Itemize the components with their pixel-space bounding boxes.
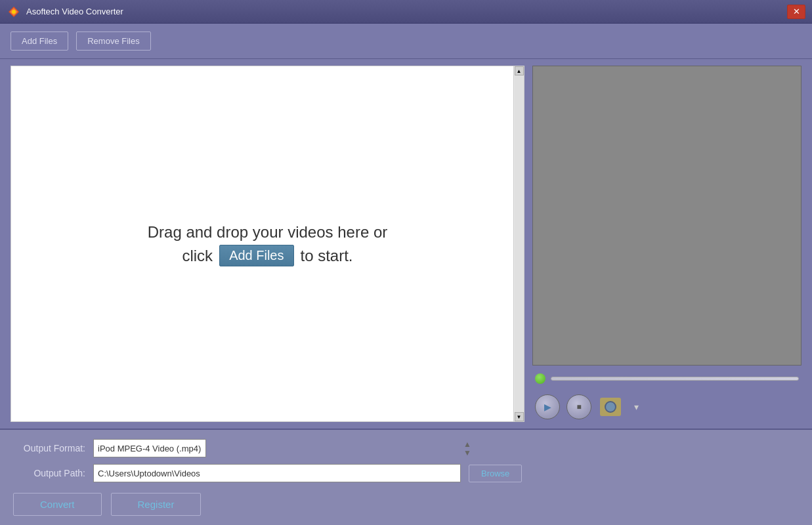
stop-button[interactable]: ■ — [566, 394, 591, 419]
close-button[interactable]: ✕ — [787, 5, 805, 19]
bottom-bar: Output Format: iPod MPEG-4 Video (.mp4)A… — [0, 429, 812, 525]
inline-add-files-button[interactable]: Add Files — [219, 245, 293, 266]
titlebar: Asoftech Video Converter ✕ — [0, 0, 812, 24]
remove-files-button[interactable]: Remove Files — [76, 32, 150, 51]
output-path-input[interactable] — [93, 464, 461, 482]
drop-instruction: Drag and drop your videos here or click … — [148, 220, 388, 268]
file-drop-area[interactable]: Drag and drop your videos here or click … — [11, 66, 524, 422]
toolbar: Add Files Remove Files — [0, 24, 812, 59]
output-format-label: Output Format: — [13, 443, 85, 453]
video-preview — [532, 66, 801, 366]
stop-icon: ■ — [576, 402, 581, 411]
scroll-down-button[interactable]: ▼ — [515, 412, 524, 421]
app-title: Asoftech Video Converter — [26, 7, 123, 16]
player-controls: ▶ ■ ▾ — [532, 392, 801, 422]
progress-dot — [535, 373, 545, 384]
scroll-up-button[interactable]: ▲ — [515, 66, 524, 75]
camera-icon — [600, 398, 621, 416]
format-select[interactable]: iPod MPEG-4 Video (.mp4)AVI Video (.avi)… — [93, 439, 206, 457]
progress-track[interactable] — [551, 377, 799, 381]
convert-button[interactable]: Convert — [13, 493, 102, 516]
output-format-row: Output Format: iPod MPEG-4 Video (.mp4)A… — [13, 439, 799, 457]
preview-panel: ▶ ■ ▾ — [532, 66, 801, 422]
app-window: Asoftech Video Converter ✕ Add Files Rem… — [0, 0, 812, 525]
snapshot-button[interactable] — [598, 394, 623, 419]
drop-text-line2: click Add Files to start. — [148, 244, 388, 268]
output-path-label: Output Path: — [13, 468, 85, 478]
progress-bar-area — [532, 372, 801, 385]
play-icon: ▶ — [544, 402, 551, 412]
add-files-button[interactable]: Add Files — [11, 32, 68, 51]
scrollbar[interactable]: ▲ ▼ — [513, 66, 524, 421]
snapshot-dropdown-arrow[interactable]: ▾ — [630, 400, 643, 413]
titlebar-left: Asoftech Video Converter — [7, 5, 123, 19]
browse-button[interactable]: Browse — [469, 465, 522, 482]
register-button[interactable]: Register — [111, 493, 202, 516]
drop-text-line1: Drag and drop your videos here or — [148, 220, 388, 244]
action-row: Convert Register — [13, 489, 799, 516]
format-select-wrapper: iPod MPEG-4 Video (.mp4)AVI Video (.avi)… — [93, 439, 474, 457]
to-start-text: to start. — [301, 244, 353, 268]
scroll-track[interactable] — [515, 75, 524, 412]
app-icon — [7, 5, 21, 19]
click-text: click — [182, 244, 213, 268]
play-button[interactable]: ▶ — [535, 394, 560, 419]
output-path-row: Output Path: Browse — [13, 464, 799, 482]
select-arrow-icon: ▲ ▼ — [463, 440, 471, 457]
svg-point-2 — [12, 10, 16, 14]
main-content: Drag and drop your videos here or click … — [0, 59, 812, 429]
